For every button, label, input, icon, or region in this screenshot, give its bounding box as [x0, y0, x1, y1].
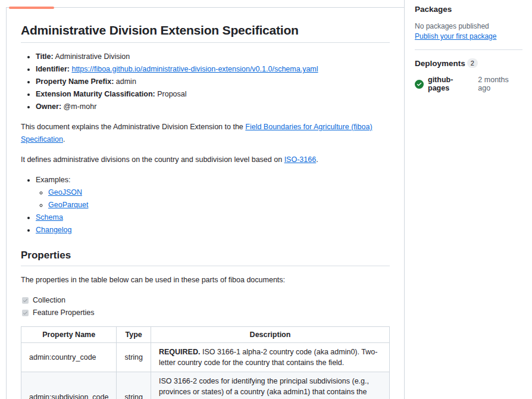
meta-item-prefix: Property Name Prefix: admin — [36, 76, 390, 88]
changelog-link[interactable]: Changelog — [36, 226, 71, 234]
meta-label: Extension Maturity Classification: — [36, 90, 155, 98]
deployment-item: github-pages 2 months ago — [415, 76, 522, 92]
meta-label: Owner: — [36, 102, 61, 111]
properties-heading: Properties — [21, 250, 390, 266]
deployments-section-heading[interactable]: Deployments2 — [415, 58, 522, 68]
paragraph-text: It defines administrative divisions on t… — [21, 155, 284, 164]
table-row: admin:country_code string REQUIRED. ISO … — [21, 343, 390, 372]
meta-label: Identifier: — [36, 65, 70, 73]
cell-description: REQUIRED. ISO 3166-1 alpha-2 country cod… — [151, 343, 390, 372]
page-title: Administrative Division Extension Specif… — [21, 23, 390, 43]
properties-intro: The properties in the table below can be… — [21, 274, 390, 286]
properties-table: Property Name Type Description admin:cou… — [21, 326, 390, 399]
required-flag: REQUIRED. — [159, 348, 200, 356]
checklist-label: Feature Properties — [33, 307, 95, 319]
checklist-item-collection: Collection — [22, 294, 390, 307]
meta-item-maturity: Extension Maturity Classification: Propo… — [36, 88, 390, 101]
meta-list: Title: Administrative Division Identifie… — [21, 51, 390, 113]
meta-value: Administrative Division — [55, 52, 130, 61]
list-item: Changelog — [36, 224, 390, 236]
main-sidebar-divider — [404, 0, 405, 399]
paragraph-text: . — [316, 155, 318, 164]
table-row: admin:subdivision_code string ISO 3166-2… — [21, 372, 390, 399]
packages-empty-text: No packages published — [415, 21, 522, 32]
document-links-list: Examples: GeoJSON GeoParquet Schema Chan… — [21, 174, 390, 236]
packages-section-heading[interactable]: Packages — [415, 5, 522, 14]
checkbox-checked-icon — [22, 297, 29, 304]
usage-checklist: Collection Feature Properties — [21, 294, 390, 319]
intro-paragraph: This document explains the Administrativ… — [21, 121, 390, 146]
column-header-description: Description — [151, 327, 390, 343]
meta-value: Proposal — [157, 90, 186, 98]
cell-description: ISO 3166-2 codes for identifying the pri… — [151, 372, 390, 399]
deployment-success-icon — [415, 80, 424, 89]
identifier-link[interactable]: https://fiboa.github.io/administrative-d… — [71, 65, 318, 73]
meta-value: @m-mohr — [64, 102, 97, 111]
deployments-label: Deployments — [415, 59, 465, 68]
paragraph-text: . — [63, 135, 65, 144]
list-item: GeoJSON — [48, 186, 390, 199]
meta-label: Title: — [36, 52, 54, 61]
cell-property-name: admin:country_code — [21, 343, 117, 372]
list-item: GeoParquet — [48, 199, 390, 211]
cell-type: string — [117, 372, 151, 399]
schema-link[interactable]: Schema — [36, 213, 63, 222]
deployment-name-link[interactable]: github-pages — [428, 76, 474, 92]
checklist-label: Collection — [33, 294, 65, 307]
meta-label: Property Name Prefix: — [36, 77, 114, 86]
definition-paragraph: It defines administrative divisions on t… — [21, 154, 390, 166]
meta-item-title: Title: Administrative Division — [36, 51, 390, 63]
repo-sidebar: Packages No packages published Publish y… — [415, 5, 522, 92]
cell-type: string — [117, 343, 151, 372]
geojson-example-link[interactable]: GeoJSON — [48, 188, 82, 197]
column-header-property-name: Property Name — [21, 327, 117, 343]
list-item: Schema — [36, 211, 390, 224]
description-text: ISO 3166-2 codes for identifying the pri… — [159, 377, 374, 399]
readme-card: Administrative Division Extension Specif… — [6, 7, 404, 399]
iso-3166-link[interactable]: ISO-3166 — [284, 155, 317, 164]
cell-property-name: admin:subdivision_code — [21, 372, 117, 399]
paragraph-text: This document explains the Administrativ… — [21, 123, 245, 131]
readme-tab-active-indicator — [9, 7, 54, 9]
readme-content: Administrative Division Extension Specif… — [7, 8, 404, 399]
deployment-time: 2 months ago — [478, 76, 522, 92]
examples-item: Examples: GeoJSON GeoParquet — [36, 174, 390, 211]
publish-package-link[interactable]: Publish your first package — [415, 32, 496, 40]
table-header-row: Property Name Type Description — [21, 327, 390, 343]
checkbox-checked-icon — [22, 310, 29, 316]
deployments-count-badge: 2 — [467, 58, 478, 68]
meta-value: admin — [116, 77, 136, 86]
meta-item-owner: Owner: @m-mohr — [36, 101, 390, 113]
examples-label: Examples: — [36, 176, 70, 184]
column-header-type: Type — [117, 327, 151, 343]
meta-item-identifier: Identifier: https://fiboa.github.io/admi… — [36, 63, 390, 76]
checklist-item-feature-properties: Feature Properties — [22, 307, 390, 319]
examples-sublist: GeoJSON GeoParquet — [36, 186, 390, 211]
geoparquet-example-link[interactable]: GeoParquet — [48, 201, 88, 209]
sidebar-divider — [415, 49, 522, 50]
